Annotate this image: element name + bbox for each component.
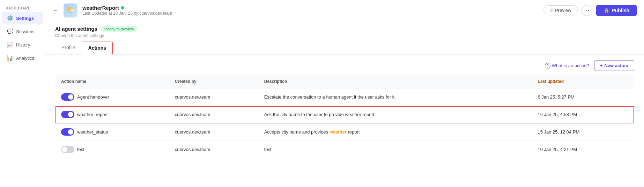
dashboard-label: DASHBOARD (0, 3, 45, 12)
table-row[interactable]: Agent handovercuervos.dev.teamEscalate t… (55, 88, 634, 106)
plus-icon: + (600, 63, 603, 68)
action-created-by: cuervos.dev.team (169, 141, 259, 158)
publish-lock-icon: 🔒 (604, 8, 609, 13)
topbar-actions: ○ Preview ⋯ 🔒 Publish (543, 5, 637, 16)
col-last-updated: Last updated (532, 75, 634, 88)
new-action-button[interactable]: + New action (594, 60, 634, 71)
action-last-updated: 10 Jan 25, 4:21 PM (532, 141, 634, 158)
tab-actions[interactable]: Actions (82, 42, 113, 55)
preview-button[interactable]: ○ Preview (543, 5, 578, 15)
actions-area: ? What is an action? + New action Action… (45, 55, 644, 187)
page-header: AI agent settings Ready to preview Chang… (45, 21, 644, 55)
main-content: AI agent settings Ready to preview Chang… (45, 21, 644, 187)
more-icon: ⋯ (584, 7, 590, 14)
col-created-by: Created by (169, 75, 259, 88)
ready-badge: Ready to preview (101, 26, 138, 32)
toggle-wrap: weather_report (61, 111, 164, 118)
table-row[interactable]: testcuervos.dev.teamtest10 Jan 25, 4:21 … (55, 141, 634, 158)
action-last-updated: 15 Jan 25, 12:04 PM (532, 123, 634, 141)
preview-icon: ○ (550, 8, 553, 13)
action-description: Ask the city name to the user to provide… (259, 106, 532, 123)
publish-button[interactable]: 🔒 Publish (596, 5, 637, 16)
action-created-by: cuervos.dev.team (169, 106, 259, 123)
sidebar-item-settings[interactable]: ⚙️ Settings (2, 12, 43, 24)
what-is-action-label: What is an action? (552, 63, 589, 68)
sidebar-item-label-analytics: Analytics (16, 56, 34, 61)
what-is-action-button[interactable]: ? What is an action? (545, 63, 589, 69)
settings-icon: ⚙️ (7, 15, 13, 21)
page-subtitle: Change the agent settings (55, 33, 634, 38)
sessions-icon: 💬 (7, 28, 13, 35)
question-icon: ? (545, 63, 550, 69)
page-title: AI agent settings (55, 26, 97, 32)
sidebar-item-analytics[interactable]: 📊 Analytics (2, 52, 43, 64)
action-name: test (77, 147, 84, 152)
sidebar-item-label-sessions: Sessions (16, 29, 35, 34)
action-toggle[interactable] (61, 93, 74, 101)
action-name: weather_status (77, 129, 108, 135)
actions-toolbar: ? What is an action? + New action (55, 55, 634, 74)
action-description: Accepts city name and provides weather r… (259, 123, 532, 141)
sidebar-item-label-settings: Settings (16, 16, 34, 21)
action-name-cell: weather_report (55, 106, 169, 123)
sidebar-item-history[interactable]: 📈 History (2, 38, 43, 51)
action-last-updated: 16 Jan 25, 4:58 PM (532, 106, 634, 123)
col-description: Description (259, 75, 532, 88)
action-toggle[interactable] (61, 128, 74, 136)
action-name: weather_report (77, 112, 108, 117)
toggle-wrap: test (61, 146, 164, 153)
action-toggle[interactable] (61, 146, 74, 153)
more-options-button[interactable]: ⋯ (581, 5, 592, 16)
preview-label: Preview (555, 8, 571, 13)
action-created-by: cuervos.dev.team (169, 123, 259, 141)
action-name-cell: test (55, 141, 169, 158)
col-action-name: Action name (55, 75, 169, 88)
toggle-wrap: Agent handover (61, 93, 164, 101)
highlight-word: weather (330, 129, 347, 135)
agent-name: weatherReport (82, 5, 539, 11)
table-row[interactable]: weather_statuscuervos.dev.teamAccepts ci… (55, 123, 634, 141)
action-description: Escalate the conversation to a human age… (259, 88, 532, 106)
action-created-by: cuervos.dev.team (169, 88, 259, 106)
agent-avatar: 🌤️ (64, 3, 77, 17)
action-last-updated: 6 Jan 25, 5:27 PM (532, 88, 634, 106)
agent-status-dot (121, 6, 124, 9)
back-icon: ← (52, 7, 59, 14)
toggle-wrap: weather_status (61, 128, 164, 136)
action-description: test (259, 141, 532, 158)
publish-label: Publish (612, 8, 629, 13)
action-name: Agent handover (77, 94, 109, 100)
analytics-icon: 📊 (7, 55, 13, 61)
table-header-row: Action name Created by Description Last … (55, 75, 634, 88)
tab-profile[interactable]: Profile (55, 42, 82, 54)
sidebar: DASHBOARD ⚙️ Settings 💬 Sessions 📈 Histo… (0, 0, 45, 187)
agent-updated: Last Updated at 18 Jan, 25 by cuervos.de… (82, 11, 539, 16)
actions-table: Action name Created by Description Last … (55, 74, 634, 158)
new-action-label: New action (604, 63, 628, 68)
topbar: ← 🌤️ weatherReport Last Updated at 18 Ja… (45, 0, 644, 21)
action-name-cell: weather_status (55, 123, 169, 141)
sidebar-item-sessions[interactable]: 💬 Sessions (2, 25, 43, 38)
action-name-cell: Agent handover (55, 88, 169, 106)
agent-info: weatherReport Last Updated at 18 Jan, 25… (82, 5, 539, 16)
tabs: Profile Actions (55, 42, 634, 54)
table-row[interactable]: weather_reportcuervos.dev.teamAsk the ci… (55, 106, 634, 123)
sidebar-item-label-history: History (16, 42, 30, 48)
action-toggle[interactable] (61, 111, 74, 118)
history-icon: 📈 (7, 42, 13, 48)
back-button[interactable]: ← (52, 7, 59, 14)
